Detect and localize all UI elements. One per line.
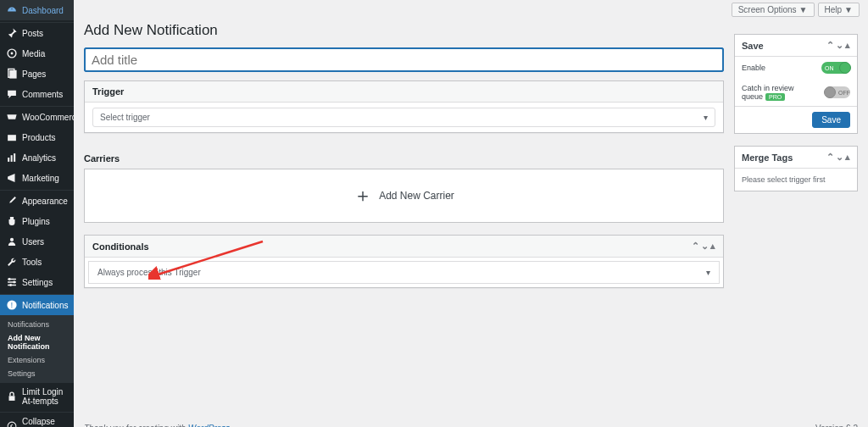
sidebar-item-analytics[interactable]: Analytics <box>0 147 74 168</box>
sidebar-label: Users <box>22 237 44 247</box>
sidebar-item-tools[interactable]: Tools <box>0 252 74 272</box>
collapse-label: Collapse menu <box>22 417 68 427</box>
save-button[interactable]: Save <box>812 112 850 128</box>
chevron-down-icon: ▾ <box>706 268 710 277</box>
pro-badge: PRO <box>765 93 785 101</box>
sidebar-item-media[interactable]: Media <box>0 43 74 64</box>
sidebar-item-pages[interactable]: Pages <box>0 64 74 84</box>
carriers-heading: Carriers <box>84 145 724 169</box>
toggle-knob <box>824 86 836 98</box>
conditionals-select-value: Always process this Trigger <box>97 268 201 277</box>
add-carrier-button[interactable]: ＋ Add New Carrier <box>84 169 724 223</box>
chevron-up-icon[interactable]: ⌃ <box>826 152 834 163</box>
footer-thanks: Thank you for creating with WordPress. <box>84 424 232 427</box>
review-label: Catch in review queuePRO <box>742 84 825 101</box>
wrench-icon <box>6 256 18 268</box>
title-input[interactable] <box>84 47 724 72</box>
collapse-icon <box>6 420 18 427</box>
svg-point-1 <box>11 53 14 55</box>
svg-point-10 <box>13 281 15 284</box>
merge-tags-text: Please select trigger first <box>735 169 857 191</box>
sidebar-item-woocommerce[interactable]: WooCommerce <box>0 107 74 127</box>
svg-rect-3 <box>9 70 16 79</box>
marketing-icon <box>6 172 18 184</box>
svg-rect-6 <box>11 155 13 162</box>
lock-icon <box>6 391 18 402</box>
sidebar-label: Comments <box>22 90 63 99</box>
svg-point-8 <box>10 238 14 241</box>
submenu-extensions[interactable]: Extensions <box>0 353 74 367</box>
chevron-up-icon[interactable]: ▴ <box>845 40 850 51</box>
bell-icon: ! <box>6 299 18 311</box>
chevron-up-icon[interactable]: ⌃ <box>826 40 834 51</box>
wordpress-link[interactable]: WordPress <box>188 424 230 427</box>
sidebar-item-settings[interactable]: Settings <box>0 272 74 292</box>
svg-rect-4 <box>8 135 16 141</box>
admin-footer: Thank you for creating with WordPress. V… <box>74 417 868 427</box>
chevron-up-icon[interactable]: ⌃ <box>692 241 699 252</box>
media-icon <box>6 47 18 59</box>
add-carrier-label: Add New Carrier <box>379 190 454 202</box>
page-icon <box>6 68 18 80</box>
notifications-submenu: Notifications Add New Notification Exten… <box>0 315 74 383</box>
chevron-down-icon[interactable]: ⌄ <box>836 40 843 51</box>
chevron-up-icon[interactable]: ▴ <box>710 241 715 252</box>
sidebar-item-comments[interactable]: Comments <box>0 84 74 104</box>
sidebar-label: Settings <box>22 278 53 287</box>
svg-rect-5 <box>8 158 9 162</box>
panel-controls: ⌃ ⌄ ▴ <box>826 152 850 163</box>
plug-icon <box>6 215 18 227</box>
trigger-panel-head: Trigger <box>85 81 723 103</box>
submenu-settings[interactable]: Settings <box>0 367 74 380</box>
sidebar-item-appearance[interactable]: Appearance <box>0 191 74 211</box>
sidebar-label: Marketing <box>22 174 59 183</box>
sidebar-item-limit-login[interactable]: Limit Login At-tempts <box>0 383 74 410</box>
sidebar-label: Products <box>22 133 55 142</box>
collapse-menu[interactable]: Collapse menu <box>0 413 74 427</box>
sidebar-label: Plugins <box>22 217 50 226</box>
sidebar-label: Dashboard <box>22 6 64 15</box>
chevron-up-icon[interactable]: ▴ <box>845 152 850 163</box>
enable-toggle[interactable]: ON <box>821 62 850 74</box>
comment-icon <box>6 88 18 100</box>
trigger-select[interactable]: Select trigger ▾ <box>92 108 715 127</box>
svg-point-11 <box>9 284 12 286</box>
merge-tags-metabox: Merge Tags ⌃ ⌄ ▴ Please select trigger f… <box>734 146 858 191</box>
page-title: Add New Notification <box>84 17 724 47</box>
review-toggle[interactable]: OFF <box>825 86 850 98</box>
svg-point-9 <box>8 278 11 280</box>
chevron-down-icon: ▼ <box>844 5 853 14</box>
sidebar-item-products[interactable]: Products <box>0 127 74 147</box>
panel-controls: ⌃ ⌄ ▴ <box>826 40 850 51</box>
conditionals-select[interactable]: Always process this Trigger ▾ <box>89 262 719 283</box>
sidebar-item-dashboard[interactable]: Dashboard <box>0 0 74 20</box>
sidebar-item-posts[interactable]: Posts <box>0 23 74 43</box>
products-icon <box>6 131 18 143</box>
save-box-title: Save <box>742 41 764 51</box>
conditionals-heading: Conditionals <box>92 241 149 252</box>
screen-options-button[interactable]: Screen Options▼ <box>732 3 815 17</box>
enable-label: Enable <box>742 64 765 72</box>
sidebar-label: Notifications <box>22 301 68 310</box>
plus-icon: ＋ <box>353 186 372 205</box>
chevron-down-icon[interactable]: ⌄ <box>836 152 843 163</box>
help-button[interactable]: Help▼ <box>818 3 860 17</box>
pin-icon <box>6 27 18 39</box>
svg-text:!: ! <box>11 301 13 309</box>
sidebar-label: Pages <box>22 69 46 79</box>
submenu-add-new[interactable]: Add New Notification <box>0 331 74 353</box>
chevron-down-icon[interactable]: ⌄ <box>701 241 709 252</box>
sidebar-label: Media <box>22 49 45 58</box>
sidebar-item-marketing[interactable]: Marketing <box>0 168 74 188</box>
sidebar-item-notifications[interactable]: !Notifications <box>0 295 74 315</box>
sidebar-label: WooCommerce <box>22 113 81 122</box>
version-text: Version 6.2 <box>815 424 858 427</box>
sidebar-item-users[interactable]: Users <box>0 231 74 252</box>
brush-icon <box>6 195 18 207</box>
admin-sidebar: Dashboard Posts Media Pages Comments Woo… <box>0 0 74 427</box>
chevron-down-icon: ▾ <box>704 113 708 122</box>
svg-rect-14 <box>9 396 15 401</box>
sidebar-item-plugins[interactable]: Plugins <box>0 211 74 231</box>
sidebar-label: Analytics <box>22 153 56 163</box>
submenu-notifications[interactable]: Notifications <box>0 318 74 331</box>
